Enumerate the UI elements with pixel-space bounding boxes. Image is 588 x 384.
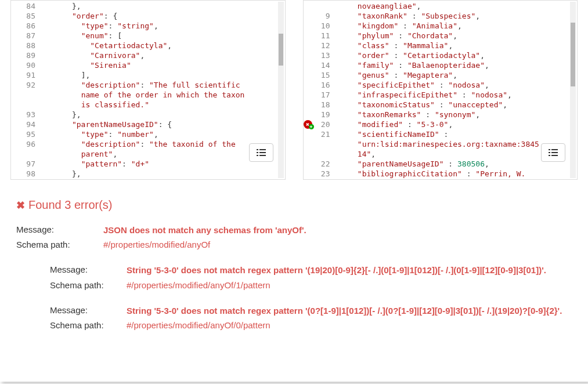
error-sub-1: Message: String '5-3-0' does not match r…: [50, 305, 572, 330]
error-message-value: String '5-3-0' does not match regex patt…: [127, 305, 572, 317]
svg-rect-7: [551, 149, 558, 150]
editors-row: 84858687888990919293949596979899100 }, "…: [10, 0, 578, 180]
code-line[interactable]: "order": {: [45, 11, 285, 21]
svg-rect-1: [259, 149, 266, 150]
code-line[interactable]: "phylum" : "Chordata",: [340, 31, 578, 41]
schema-editor[interactable]: 84858687888990919293949596979899100 }, "…: [10, 0, 286, 180]
code-line[interactable]: "type": "string",: [45, 21, 285, 31]
code-line[interactable]: "order" : "Cetartiodactyla",: [340, 50, 578, 60]
code-line[interactable]: "modified" : "5-3-0",: [340, 119, 578, 129]
code-line[interactable]: is classified.": [45, 100, 285, 110]
code-line[interactable]: "parentNameUsageID": {: [45, 119, 285, 129]
svg-rect-11: [551, 155, 558, 156]
svg-rect-10: [549, 155, 550, 156]
code-line[interactable]: },: [45, 169, 285, 179]
error-message-label: Message:: [50, 305, 127, 317]
error-schemapath-label: Schema path:: [50, 280, 127, 290]
validation-results: ✖ Found 3 error(s) Message: JSON does no…: [10, 180, 578, 330]
code-line[interactable]: novaeangliae",: [340, 1, 578, 11]
code-line[interactable]: "enum": [: [45, 31, 285, 41]
error-message-value: String '5-3-0' does not match regex patt…: [127, 265, 572, 276]
code-line[interactable]: "taxonRemarks" : "synonym",: [340, 110, 578, 119]
code-line[interactable]: },: [45, 1, 285, 11]
schema-editor-format-button[interactable]: [249, 143, 273, 162]
code-line[interactable]: "Cetartiodactyla",: [45, 41, 285, 50]
error-sub-0: Message: String '5-3-0' does not match r…: [50, 265, 572, 289]
svg-rect-2: [257, 152, 258, 153]
error-message-label: Message:: [50, 265, 127, 276]
code-line[interactable]: "description": "The full scientific: [45, 80, 285, 90]
code-line[interactable]: "specificEpithet" : "nodosa",: [340, 80, 578, 90]
svg-rect-6: [549, 149, 550, 150]
code-line[interactable]: "kingdom" : "Animalia",: [340, 21, 578, 31]
code-line[interactable]: "type": "number",: [45, 129, 285, 139]
json-editor[interactable]: 91011121314151617181920✖+212223 novaeang…: [303, 0, 578, 180]
code-line[interactable]: "Carnivora",: [45, 50, 285, 60]
list-icon: [549, 148, 558, 157]
error-icon: ✖: [16, 199, 25, 212]
error-top: Message: JSON does not match any schemas…: [16, 224, 572, 249]
code-line[interactable]: ],: [45, 70, 285, 80]
results-header-text: Found 3 error(s): [28, 198, 113, 212]
results-header: ✖ Found 3 error(s): [16, 198, 572, 212]
svg-rect-9: [551, 152, 558, 153]
error-schemapath-value: #/properties/modified/anyOf/1/pattern: [127, 280, 572, 290]
code-line[interactable]: "class" : "Mammalia",: [340, 41, 578, 50]
svg-rect-4: [257, 155, 258, 156]
code-line[interactable]: (2009). Megaptera nodosa nodosa Tomilin,: [340, 179, 578, 179]
list-icon: [257, 148, 266, 157]
schema-editor-scrollbar[interactable]: [277, 2, 284, 178]
code-line[interactable]: "genus" : "Megaptera",: [340, 70, 578, 80]
error-schemapath-label: Schema path:: [50, 320, 127, 330]
code-line[interactable]: "scientificNameID" :: [340, 129, 578, 139]
code-line[interactable]: "phylum": {: [45, 179, 285, 179]
error-schemapath-value: #/properties/modified/anyOf/0/pattern: [127, 320, 572, 330]
error-message-value: JSON does not match any schemas from 'an…: [103, 224, 572, 236]
svg-rect-3: [259, 152, 266, 153]
code-line[interactable]: "infraspecificEpithet" : "nodosa",: [340, 90, 578, 100]
code-line[interactable]: "bibliographicCitation" : "Perrin, W.: [340, 169, 578, 179]
code-line[interactable]: "taxonRank" : "Subspecies",: [340, 11, 578, 21]
error-schemapath-value: #/properties/modified/anyOf: [103, 240, 572, 249]
json-editor-format-button[interactable]: [541, 143, 565, 162]
code-line[interactable]: name of the order in which the taxon: [45, 90, 285, 100]
code-line[interactable]: "family" : "Balaenopteridae",: [340, 60, 578, 70]
code-line[interactable]: "taxonomicStatus" : "unaccepted",: [340, 100, 578, 110]
schema-editor-gutter: 84858687888990919293949596979899100: [11, 1, 45, 179]
json-editor-scrollbar[interactable]: [569, 2, 576, 178]
code-line[interactable]: "Sirenia": [45, 60, 285, 70]
error-schemapath-label: Schema path:: [16, 240, 103, 249]
svg-rect-0: [257, 149, 258, 150]
svg-rect-8: [549, 152, 550, 153]
svg-rect-5: [259, 155, 266, 156]
error-message-label: Message:: [16, 224, 103, 236]
code-line[interactable]: },: [45, 110, 285, 119]
json-editor-gutter: 91011121314151617181920✖+212223: [304, 1, 340, 179]
